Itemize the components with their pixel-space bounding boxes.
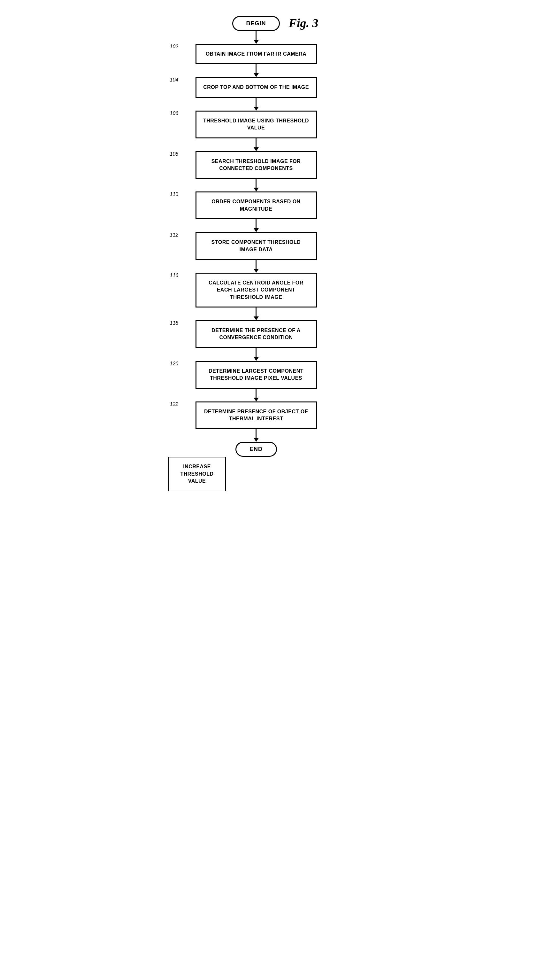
step-label-106: 106 [170, 110, 178, 116]
arrow-116-118 [253, 307, 259, 320]
node-wrapper-108: 108 SEARCH THRESHOLD IMAGE FOR CONNECTED… [188, 151, 325, 179]
flow-column: BEGIN 102 OBTAIN IMAGE FROM FAR IR CAMER… [188, 16, 325, 457]
step-label-108: 108 [170, 151, 178, 157]
step-label-122: 122 [170, 402, 178, 407]
arrow-102-104 [253, 64, 259, 77]
step-label-116: 116 [170, 273, 178, 279]
arrow-120-122 [253, 389, 259, 402]
node-wrapper-120: 120 DETERMINE LARGEST COMPONENT THRESHOL… [188, 361, 325, 389]
step-label-120: 120 [170, 361, 178, 367]
end-node: END [235, 442, 277, 457]
node-114: INCREASE THRESHOLD VALUE [327, 183, 384, 217]
node-106: THRESHOLD IMAGE USING THRESHOLD VALUE [195, 110, 317, 139]
node-122: DETERMINE PRESENCE OF OBJECT OF THERMAL … [195, 402, 317, 429]
node-120: DETERMINE LARGEST COMPONENT THRESHOLD IM… [195, 361, 317, 389]
node-wrapper-102: 102 OBTAIN IMAGE FROM FAR IR CAMERA [188, 44, 325, 64]
arrow-122-end [253, 429, 259, 442]
arrow-112-116 [253, 260, 259, 273]
figure-label: Fig. 3 [289, 16, 318, 30]
begin-node: BEGIN [232, 16, 280, 31]
node-112: STORE COMPONENT THRESHOLD IMAGE DATA [195, 232, 317, 260]
arrow-118-120 [253, 348, 259, 361]
step-label-118: 118 [170, 320, 178, 326]
arrow-begin-102 [253, 31, 259, 44]
step-label-104: 104 [170, 77, 178, 83]
node-wrapper-122: 122 DETERMINE PRESENCE OF OBJECT OF THER… [188, 402, 325, 429]
arrow-106-108 [253, 139, 259, 151]
node-wrapper-118: 118 DETERMINE THE PRESENCE OF A CONVERGE… [188, 320, 325, 348]
step-label-114: 114 [325, 177, 333, 183]
step-label-102: 102 [170, 44, 178, 50]
step-label-112: 112 [170, 232, 178, 238]
step-label-110: 110 [170, 192, 178, 197]
node-wrapper-112: 112 STORE COMPONENT THRESHOLD IMAGE DATA [188, 232, 325, 260]
arrow-108-110 [253, 179, 259, 192]
arrow-110-112 [253, 219, 259, 232]
node-116: CALCULATE CENTROID ANGLE FOR EACH LARGES… [195, 273, 317, 307]
node-102: OBTAIN IMAGE FROM FAR IR CAMERA [195, 44, 317, 64]
diagram-container: BEGIN 102 OBTAIN IMAGE FROM FAR IR CAMER… [168, 7, 392, 476]
node-110: ORDER COMPONENTS BASED ON MAGNITUDE [195, 192, 317, 219]
node-118: DETERMINE THE PRESENCE OF A CONVERGENCE … [195, 320, 317, 348]
arrow-104-106 [253, 98, 259, 110]
node-wrapper-106: 106 THRESHOLD IMAGE USING THRESHOLD VALU… [188, 110, 325, 139]
node-wrapper-116: 116 CALCULATE CENTROID ANGLE FOR EACH LA… [188, 273, 325, 307]
node-wrapper-110: 110 ORDER COMPONENTS BASED ON MAGNITUDE [188, 192, 325, 219]
node-104: CROP TOP AND BOTTOM OF THE IMAGE [195, 77, 317, 97]
node-wrapper-104: 104 CROP TOP AND BOTTOM OF THE IMAGE [188, 77, 325, 97]
end-wrapper: END [188, 442, 325, 457]
node-108: SEARCH THRESHOLD IMAGE FOR CONNECTED COM… [195, 151, 317, 179]
